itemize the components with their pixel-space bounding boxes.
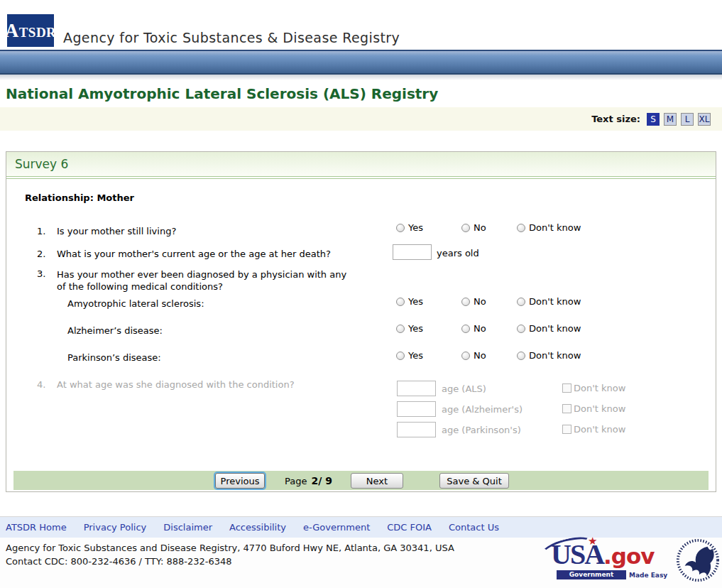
radio-icon[interactable] <box>517 325 525 333</box>
parkinsons-option-yes[interactable]: Yes <box>396 350 423 361</box>
radio-label: No <box>474 222 486 233</box>
q1-option-no[interactable]: No <box>461 222 486 233</box>
age-alzheimers-input <box>397 401 436 417</box>
age-alzheimers-row: age (Alzheimer's) Don't know <box>6 401 716 420</box>
radio-label: No <box>474 323 486 334</box>
age-parkinsons-row: age (Parkinson's) Don't know <box>6 422 716 440</box>
condition-als-label: Amyotrophic lateral sclerosis: <box>67 298 204 309</box>
radio-icon[interactable] <box>396 298 405 306</box>
radio-icon[interactable] <box>517 224 525 232</box>
alzheimers-dont-know-checkbox: Don't know <box>562 403 625 414</box>
usagov-usa-text: USA <box>551 538 603 570</box>
question-1-number: 1. <box>37 226 45 236</box>
question-2-text: What is your mother's current age or the… <box>57 249 331 259</box>
question-1-row: 1. Is your mother still living? Yes No D… <box>6 222 716 240</box>
text-size-medium-button[interactable]: M <box>664 113 677 126</box>
radio-icon[interactable] <box>517 298 525 306</box>
header-shadow-divider <box>0 75 722 80</box>
checkbox-icon <box>562 383 571 393</box>
footer-link-contact-us[interactable]: Contact Us <box>449 522 499 533</box>
text-size-label: Text size: <box>591 114 640 124</box>
usagov-tagline-government: Government <box>557 570 626 579</box>
footer-contact: Contact CDC: 800-232-4636 / TTY: 888-232… <box>6 555 454 568</box>
save-quit-button[interactable]: Save & Quit <box>439 473 509 489</box>
usagov-logo[interactable]: ★ USA.gov Government Made Easy <box>547 539 685 583</box>
hhs-logo[interactable] <box>676 538 720 582</box>
years-old-label: years old <box>437 248 479 258</box>
als-dont-know-checkbox: Don't know <box>562 383 625 393</box>
checkbox-label: Don't know <box>574 383 625 393</box>
radio-icon[interactable] <box>461 325 470 333</box>
spacer <box>0 131 722 151</box>
checkbox-label: Don't know <box>574 403 625 414</box>
alzheimers-option-dont-know[interactable]: Don't know <box>517 323 581 334</box>
radio-icon[interactable] <box>461 224 470 232</box>
question-1-text: Is your mother still living? <box>57 226 176 236</box>
checkbox-icon <box>562 425 571 434</box>
text-size-bar: Text size: S M L XL <box>0 107 722 131</box>
condition-alzheimers-row: Alzheimer’s disease: Yes No Don't know <box>6 322 716 341</box>
site-header: ATSDR Agency for Toxic Substances & Dise… <box>0 0 722 50</box>
age-als-input <box>397 381 436 396</box>
usagov-tagline-made-easy: Made Easy <box>629 572 667 579</box>
page-indicator: Page2/ 9 <box>285 475 332 486</box>
condition-parkinsons-row: Parkinson’s disease: Yes No Don't know <box>6 349 716 368</box>
question-3-row: 3. Has your mother ever been diagnosed b… <box>6 268 716 294</box>
footer-link-disclaimer[interactable]: Disclaimer <box>163 522 212 533</box>
age-als-row: age (ALS) Don't know <box>6 381 716 399</box>
footer-link-privacy-policy[interactable]: Privacy Policy <box>84 522 147 533</box>
radio-label: Don't know <box>529 222 581 233</box>
condition-alzheimers-label: Alzheimer’s disease: <box>67 325 163 336</box>
footer-address: Agency for Toxic Substances and Disease … <box>6 541 454 555</box>
survey-nav-bar: Previous Page2/ 9 Next Save & Quit <box>13 471 709 490</box>
page-label: Page <box>285 476 307 486</box>
checkbox-icon <box>562 404 571 413</box>
survey-heading: Survey 6 <box>15 157 68 171</box>
parkinsons-option-no[interactable]: No <box>461 350 486 361</box>
text-size-xlarge-button[interactable]: XL <box>698 113 711 126</box>
alzheimers-option-yes[interactable]: Yes <box>396 323 423 334</box>
radio-icon[interactable] <box>517 352 525 360</box>
radio-icon[interactable] <box>396 224 405 232</box>
radio-label: Don't know <box>529 296 581 307</box>
mother-age-input[interactable] <box>393 244 432 260</box>
radio-icon[interactable] <box>396 352 405 360</box>
question-3-number: 3. <box>37 268 45 279</box>
footer-link-atsdr-home[interactable]: ATSDR Home <box>6 522 67 533</box>
q1-option-yes[interactable]: Yes <box>396 222 423 233</box>
checkbox-label: Don't know <box>574 424 625 435</box>
text-size-small-button[interactable]: S <box>647 113 660 126</box>
age-als-label: age (ALS) <box>442 383 486 394</box>
footer-link-egovernment[interactable]: e-Government <box>303 522 370 533</box>
atsdr-logo-text: ATSDR <box>5 20 57 42</box>
title-row: National Amyotrophic Lateral Sclerosis (… <box>0 80 722 107</box>
radio-label: No <box>474 350 486 361</box>
age-parkinsons-label: age (Parkinson's) <box>442 425 521 435</box>
condition-als-row: Amyotrophic lateral sclerosis: Yes No Do… <box>6 295 716 314</box>
radio-label: Don't know <box>529 323 581 334</box>
radio-label: Don't know <box>529 350 581 361</box>
radio-icon[interactable] <box>461 352 470 360</box>
parkinsons-dont-know-checkbox: Don't know <box>562 424 625 435</box>
als-option-dont-know[interactable]: Don't know <box>517 296 581 307</box>
als-option-yes[interactable]: Yes <box>396 296 423 307</box>
footer-link-cdc-foia[interactable]: CDC FOIA <box>387 522 432 533</box>
footer-link-accessibility[interactable]: Accessibility <box>229 522 286 533</box>
page-title: National Amyotrophic Lateral Sclerosis (… <box>6 85 438 102</box>
page-value: 2/ 9 <box>311 475 332 486</box>
alzheimers-option-no[interactable]: No <box>461 323 486 334</box>
previous-button[interactable]: Previous <box>215 473 265 489</box>
survey-header: Survey 6 <box>6 152 716 176</box>
question-2-number: 2. <box>37 249 45 259</box>
usagov-wordmark: USA.gov <box>551 538 655 571</box>
q1-option-dont-know[interactable]: Don't know <box>517 222 581 233</box>
als-option-no[interactable]: No <box>461 296 486 307</box>
radio-icon[interactable] <box>461 298 470 306</box>
agency-name: Agency for Toxic Substances & Disease Re… <box>63 30 400 45</box>
parkinsons-option-dont-know[interactable]: Don't know <box>517 350 581 361</box>
text-size-large-button[interactable]: L <box>681 113 694 126</box>
relationship-label: Relationship: Mother <box>25 192 134 203</box>
atsdr-logo[interactable]: ATSDR <box>7 14 54 47</box>
next-button[interactable]: Next <box>351 473 403 489</box>
radio-icon[interactable] <box>396 325 405 333</box>
